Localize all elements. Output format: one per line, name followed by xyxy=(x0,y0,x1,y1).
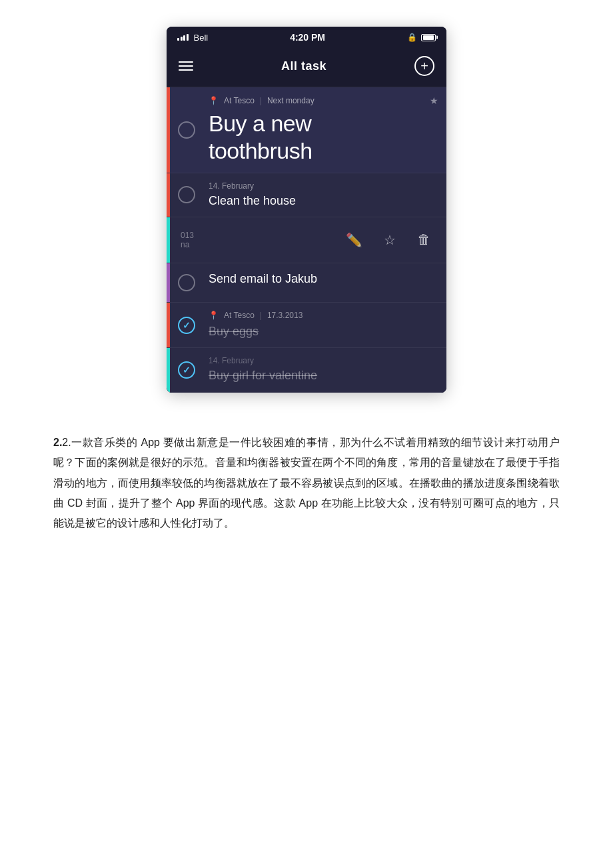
task-4-checkbox[interactable] xyxy=(178,317,195,334)
task-item-3[interactable]: Send email to Jakub xyxy=(167,263,446,303)
lock-icon: 🔒 xyxy=(407,33,417,42)
task-item-1[interactable]: 📍 At Tesco | Next monday ★ Buy a newtoot… xyxy=(167,87,446,173)
app-header: All task + xyxy=(167,48,446,87)
task-1-date: Next monday xyxy=(267,96,314,105)
status-right: 🔒 xyxy=(407,33,436,42)
status-left: Bell xyxy=(177,33,208,43)
battery-icon xyxy=(421,34,436,41)
task-1-location: At Tesco xyxy=(224,96,255,105)
task-item-2[interactable]: 14. February Clean the house xyxy=(167,173,446,217)
task-5-title: Buy girl for valentine xyxy=(209,368,438,383)
task-4-content: 📍 At Tesco | 17.3.2013 Buy eggs xyxy=(203,303,446,347)
task-4-date: 17.3.2013 xyxy=(267,311,303,320)
task-list: 📍 At Tesco | Next monday ★ Buy a newtoot… xyxy=(167,87,446,393)
task-5-checkbox[interactable] xyxy=(178,361,195,379)
time-display: 4:20 PM xyxy=(290,32,325,43)
add-task-button[interactable]: + xyxy=(414,56,434,76)
task-1-checkbox[interactable] xyxy=(178,121,195,139)
task-4-location: At Tesco xyxy=(224,311,255,320)
swipe-action-icons: ✏️ ☆ 🗑 xyxy=(330,219,446,261)
page-title: All task xyxy=(281,59,326,73)
location-icon-4: 📍 xyxy=(209,311,219,320)
task-1-meta: 📍 At Tesco | Next monday ★ xyxy=(209,95,438,106)
body-text: 2.2.一款音乐类的 App 要做出新意是一件比较困难的事情，那为什么不试着用精… xyxy=(53,419,560,571)
task-3-content: Send email to Jakub xyxy=(203,263,446,302)
status-bar: Bell 4:20 PM 🔒 xyxy=(167,27,446,48)
paragraph-1: 2.2.一款音乐类的 App 要做出新意是一件比较困难的事情，那为什么不试着用精… xyxy=(53,433,560,534)
task-1-content: 📍 At Tesco | Next monday ★ Buy a newtoot… xyxy=(203,87,446,173)
task-3-checkbox[interactable] xyxy=(178,274,195,291)
separator-4: | xyxy=(260,311,262,320)
checkbox-col-2 xyxy=(170,173,203,217)
task-5-content: 14. February Buy girl for valentine xyxy=(203,348,446,391)
location-icon-1: 📍 xyxy=(209,96,219,105)
checkbox-col-3 xyxy=(170,263,203,302)
swipe-actions-row: 013 na ✏️ ☆ 🗑 xyxy=(167,217,446,263)
task-5-date: 14. February xyxy=(209,356,438,365)
task-2-checkbox[interactable] xyxy=(178,186,195,203)
star-action-icon[interactable]: ☆ xyxy=(384,232,396,248)
task-4-meta: 📍 At Tesco | 17.3.2013 xyxy=(209,311,438,320)
paragraph-text-1: 2.一款音乐类的 App 要做出新意是一件比较困难的事情，那为什么不试着用精致的… xyxy=(53,437,560,529)
task-2-date: 14. February xyxy=(209,181,438,191)
signal-icon xyxy=(177,34,189,41)
phone-mockup: Bell 4:20 PM 🔒 All task + xyxy=(167,27,446,393)
task-1-title: Buy a newtoothbrush xyxy=(209,110,438,165)
task-item-5[interactable]: 14. February Buy girl for valentine xyxy=(167,348,446,392)
checkbox-col-1 xyxy=(170,87,203,173)
task-item-4[interactable]: 📍 At Tesco | 17.3.2013 Buy eggs xyxy=(167,303,446,348)
separator-1: | xyxy=(260,96,262,105)
checkbox-col-5 xyxy=(170,348,203,391)
task-2-content: 14. February Clean the house xyxy=(203,173,446,217)
paragraph-bold-start: 2. xyxy=(53,437,62,448)
task-4-title: Buy eggs xyxy=(209,324,438,339)
checkbox-col-4 xyxy=(170,303,203,347)
task-3-title: Send email to Jakub xyxy=(209,271,438,287)
menu-button[interactable] xyxy=(179,61,193,71)
star-icon-1[interactable]: ★ xyxy=(430,95,438,106)
task-2-title: Clean the house xyxy=(209,193,438,209)
carrier-label: Bell xyxy=(194,33,209,43)
delete-icon[interactable]: 🗑 xyxy=(417,232,430,247)
edit-icon[interactable]: ✏️ xyxy=(346,232,362,248)
swipe-placeholder: 013 na xyxy=(170,217,330,263)
